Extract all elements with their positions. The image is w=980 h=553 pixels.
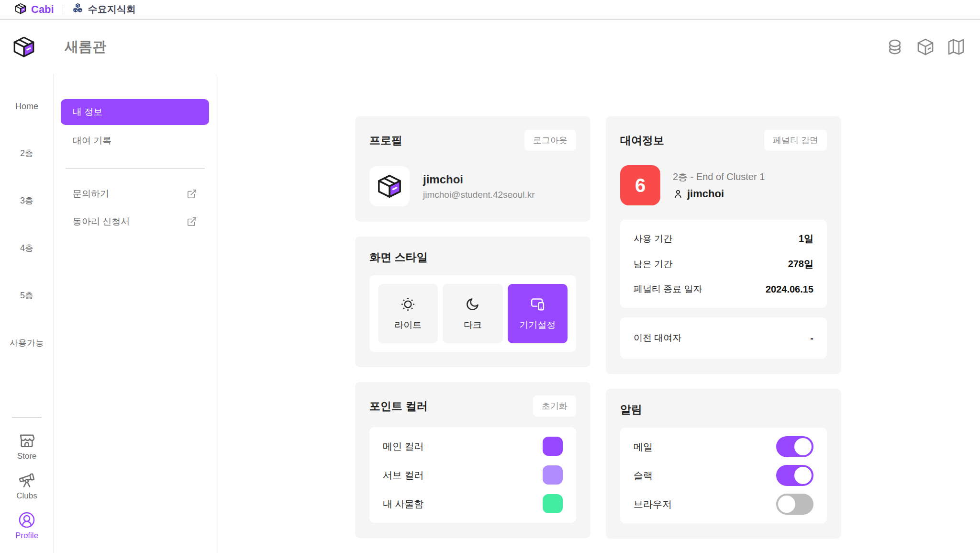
topbar: Cabi 수요지 [0, 0, 980, 20]
profile-card: 프로필 로그아웃 [355, 116, 590, 222]
cube-icon[interactable] [916, 37, 935, 56]
sidebar-item-label: Clubs [16, 491, 37, 501]
sidebar-item-label: Store [17, 451, 37, 461]
rail-divider [12, 417, 42, 418]
browser-toggle[interactable] [776, 494, 813, 515]
info-value: 2024.06.15 [766, 284, 813, 295]
building-box-icon [12, 35, 36, 59]
main-color-swatch[interactable] [543, 437, 563, 456]
subnav-item-rental-history[interactable]: 대여 기록 [61, 128, 209, 154]
sidebar-item-floor-3[interactable]: 3층 [20, 195, 33, 206]
list-item: 이전 대여자 - [634, 332, 813, 344]
club-name: 수요지식회 [88, 3, 136, 16]
notify-row-label: 브라우저 [634, 498, 672, 511]
info-label: 남은 기간 [634, 258, 672, 271]
mail-toggle[interactable] [776, 436, 813, 457]
topbar-divider [63, 4, 63, 15]
sidebar-item-store[interactable]: Store [17, 432, 37, 461]
subnav-item-label: 대여 기록 [73, 135, 111, 147]
avatar [369, 166, 410, 206]
cabi-brand-link[interactable]: Cabi [14, 2, 54, 17]
locker-number-badge: 6 [620, 165, 660, 205]
right-column: 대여정보 페널티 감면 6 2층 - End of Cluster 1 [606, 116, 841, 539]
point-color-card: 포인트 컬러 초기화 메인 컬러 서브 컬러 내 사물함 [355, 382, 590, 538]
page-header: 새롬관 [0, 20, 980, 74]
rental-info-title: 대여정보 [620, 133, 664, 148]
club-link[interactable]: 수요지식회 [72, 2, 136, 16]
moon-icon [465, 296, 480, 312]
my-locker-color-swatch[interactable] [543, 494, 563, 513]
info-value: - [810, 333, 813, 344]
theme-option-label: 기기설정 [519, 319, 556, 331]
list-item: 남은 기간 278일 [634, 258, 813, 271]
list-item: 브라우저 [634, 490, 813, 519]
sidebar-item-available[interactable]: 사용가능 [10, 337, 44, 349]
point-color-title: 포인트 컬러 [369, 399, 427, 414]
theme-card-title: 화면 스타일 [369, 250, 427, 265]
notifications-card: 알림 메일 슬랙 [606, 389, 841, 539]
sidebar-item-label: Profile [15, 531, 38, 541]
map-icon[interactable] [947, 37, 966, 56]
profile-card-title: 프로필 [369, 133, 402, 148]
info-value: 278일 [788, 258, 813, 271]
sidebar-item-floor-5[interactable]: 5층 [20, 290, 33, 301]
subnav-item-my-info[interactable]: 내 정보 [61, 99, 209, 125]
reset-button[interactable]: 초기화 [533, 395, 576, 417]
brand-name: Cabi [31, 3, 54, 16]
theme-option-label: 라이트 [394, 319, 422, 331]
logout-button[interactable]: 로그아웃 [524, 130, 576, 151]
subnav-link-club-application[interactable]: 동아리 신청서 [61, 208, 209, 236]
penalty-reduction-button[interactable]: 페널티 감면 [764, 130, 827, 151]
color-list: 메인 컬러 서브 컬러 내 사물함 [369, 427, 576, 523]
theme-card: 화면 스타일 [355, 237, 590, 367]
theme-option-light[interactable]: 라이트 [378, 284, 438, 343]
theme-option-dark[interactable]: 다크 [443, 284, 502, 343]
toggle-knob [794, 467, 812, 484]
info-label: 페널티 종료 일자 [634, 283, 702, 295]
profile-email: jimchoi@student.42seoul.kr [423, 190, 535, 200]
color-row-label: 메인 컬러 [383, 440, 424, 453]
list-item: 서브 컬러 [383, 461, 563, 489]
cabi-box-icon [14, 2, 27, 17]
body-layout: Home 2층 3층 4층 5층 사용가능 Store [0, 74, 980, 553]
storefront-icon [18, 432, 35, 449]
toggle-knob [778, 496, 795, 513]
list-item: 사용 기간 1일 [634, 232, 813, 245]
previous-renter-panel: 이전 대여자 - [620, 317, 827, 359]
theme-options: 라이트 다크 [369, 275, 576, 352]
info-value: 1일 [799, 232, 813, 245]
list-item: 슬랙 [634, 461, 813, 490]
locker-location: 2층 - End of Cluster 1 [673, 170, 765, 183]
telescope-icon [18, 472, 35, 489]
rental-details-panel: 사용 기간 1일 남은 기간 278일 페널티 종료 일자 2024.06.15 [620, 220, 827, 308]
subnav-divider [66, 168, 205, 169]
sidebar-item-home[interactable]: Home [15, 102, 38, 112]
sub-color-swatch[interactable] [543, 465, 563, 485]
info-label: 이전 대여자 [634, 332, 681, 344]
notification-list: 메일 슬랙 브라우저 [620, 428, 827, 523]
info-label: 사용 기간 [634, 233, 672, 245]
subnav-link-label: 문의하기 [73, 188, 109, 200]
notify-row-label: 슬랙 [634, 469, 653, 482]
renter-name: jimchoi [687, 188, 724, 200]
list-item: 페널티 종료 일자 2024.06.15 [634, 283, 813, 295]
subnav-link-label: 동아리 신청서 [73, 215, 130, 228]
cabi-app: Cabi 수요지 [0, 0, 980, 553]
sidebar-item-floor-2[interactable]: 2층 [20, 147, 33, 159]
external-link-icon [187, 216, 197, 227]
subnav-link-contact[interactable]: 문의하기 [61, 180, 209, 208]
theme-option-device[interactable]: 기기설정 [508, 284, 568, 343]
sidebar-item-floor-4[interactable]: 4층 [20, 242, 33, 254]
coins-icon[interactable] [885, 37, 904, 56]
sidebar-item-clubs[interactable]: Clubs [16, 472, 37, 501]
theme-option-label: 다크 [464, 319, 482, 331]
slack-toggle[interactable] [776, 465, 813, 486]
user-circle-icon [18, 511, 35, 529]
sidebar-item-profile[interactable]: Profile [15, 511, 38, 541]
notifications-title: 알림 [620, 402, 642, 417]
person-icon [673, 189, 683, 199]
list-item: 내 사물함 [383, 489, 563, 518]
external-link-icon [187, 189, 197, 199]
color-row-label: 서브 컬러 [383, 469, 424, 482]
color-row-label: 내 사물함 [383, 497, 424, 510]
